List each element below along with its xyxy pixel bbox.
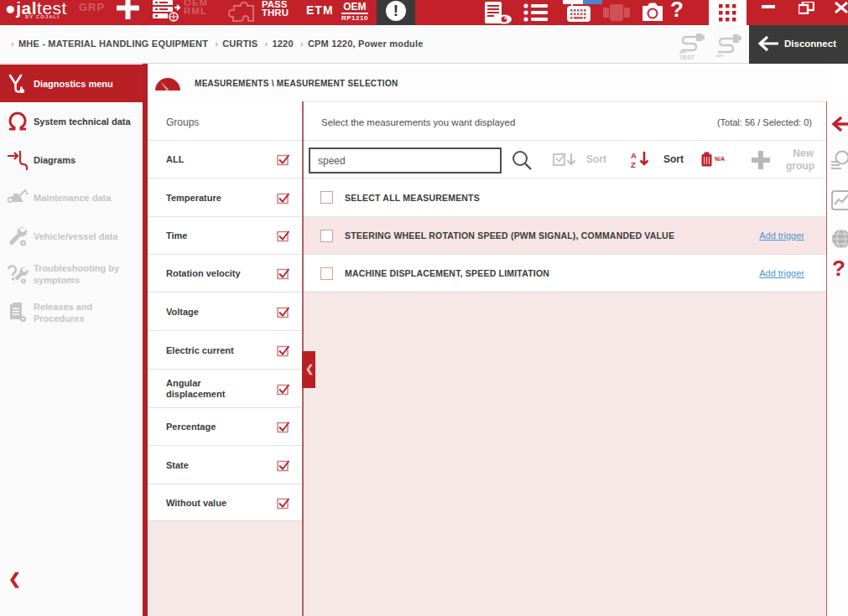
svg-text:A: A	[631, 151, 637, 160]
svg-text:Z: Z	[631, 160, 636, 169]
svg-text:TEST: TEST	[679, 54, 695, 60]
svg-text:an-: an-	[716, 53, 724, 58]
